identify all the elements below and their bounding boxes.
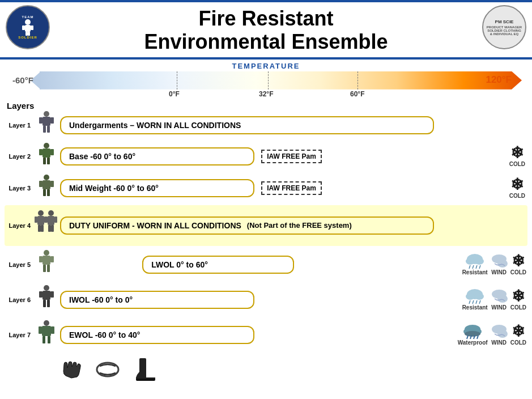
svg-line-48 bbox=[479, 265, 480, 269]
svg-rect-29 bbox=[41, 225, 44, 232]
layer1-soldier-icon bbox=[36, 111, 57, 136]
layer4-soldiers-icon bbox=[34, 210, 59, 239]
layer2-text: Base -60 0° to 60° bbox=[69, 152, 135, 161]
svg-line-62 bbox=[476, 300, 477, 304]
svg-rect-2 bbox=[22, 26, 25, 30]
svg-rect-26 bbox=[35, 217, 37, 223]
layer3-label: Layer 3 bbox=[5, 185, 33, 192]
svg-rect-52 bbox=[42, 291, 50, 300]
svg-rect-9 bbox=[50, 117, 54, 124]
layer2-boxes: Base -60 0° to 60° IAW FREE Pam bbox=[60, 147, 434, 165]
svg-point-30 bbox=[48, 210, 54, 216]
layer7-icon bbox=[33, 320, 60, 350]
layer5-icon bbox=[33, 250, 60, 279]
layer5-soldier-icon bbox=[36, 250, 57, 277]
svg-rect-5 bbox=[28, 32, 30, 36]
layer7-content-area: EWOL -60 0° to 40° bbox=[60, 326, 434, 344]
layer5-wind-icon bbox=[490, 253, 508, 269]
svg-point-12 bbox=[44, 143, 49, 148]
svg-point-6 bbox=[44, 111, 49, 117]
team-soldier-logo: TEAM SOLDIER bbox=[6, 5, 50, 49]
svg-rect-34 bbox=[48, 225, 51, 232]
pm-logo: PM SCIE PRODUCT MANAGERSOLDIER CLOTHING&… bbox=[482, 5, 526, 49]
layer7-waterproof-group: Waterproof bbox=[458, 324, 488, 346]
layer3-cold-group: ❄ COLD bbox=[509, 177, 525, 199]
layer6-row: Layer 6 IWOL -60 0° to 0° Re bbox=[0, 283, 532, 316]
layer6-cold-label: COLD bbox=[510, 304, 526, 311]
layer5-weather: Resistant WIND ❄ COLD bbox=[434, 253, 527, 275]
layer4-label: Layer 4 bbox=[5, 222, 33, 229]
layer2-label: Layer 2 bbox=[5, 153, 33, 160]
svg-line-46 bbox=[473, 265, 474, 269]
tick-label-60f: 60°F bbox=[350, 90, 364, 98]
layer2-iaw-text: IAW FREE Pam bbox=[267, 152, 316, 160]
layer2-content-area: Base -60 0° to 60° IAW FREE Pam bbox=[60, 147, 434, 165]
layer7-wind-group: WIND bbox=[490, 324, 508, 346]
svg-rect-68 bbox=[39, 326, 42, 334]
layer2-cold-group: ❄ COLD bbox=[509, 145, 525, 167]
svg-point-59 bbox=[475, 293, 484, 300]
svg-line-61 bbox=[473, 300, 474, 304]
layer5-label: Layer 5 bbox=[5, 261, 33, 268]
svg-line-63 bbox=[479, 300, 480, 304]
layer4-icon bbox=[33, 210, 60, 241]
hot-end-label: 120°F bbox=[486, 74, 512, 86]
layer6-text: IWOL -60 0° to 0° bbox=[69, 295, 133, 304]
svg-rect-54 bbox=[50, 291, 54, 298]
layer4-note: (Not Part of the FREE system) bbox=[247, 221, 352, 230]
svg-rect-17 bbox=[47, 158, 50, 164]
svg-rect-13 bbox=[42, 148, 50, 158]
layer2-snowflake-icon: ❄ bbox=[510, 145, 524, 161]
svg-rect-71 bbox=[48, 336, 50, 343]
svg-rect-56 bbox=[47, 300, 50, 307]
svg-point-24 bbox=[38, 210, 44, 216]
layer3-cold-label: COLD bbox=[509, 193, 525, 199]
svg-point-0 bbox=[25, 19, 31, 25]
layer5-box-container: LWOL 0° to 60° bbox=[142, 256, 434, 274]
svg-rect-22 bbox=[43, 189, 46, 196]
headband-icon bbox=[95, 360, 120, 379]
layer2-soldier-icon bbox=[36, 143, 57, 168]
layer3-text: Mid Weight -60 0° to 60° bbox=[69, 184, 159, 193]
layer3-iaw-text: IAW FREE Pam bbox=[267, 184, 316, 192]
page-title: Fire Resistant Environmental Ensemble bbox=[0, 7, 532, 54]
svg-rect-40 bbox=[43, 265, 46, 272]
svg-point-65 bbox=[497, 295, 508, 303]
svg-rect-85 bbox=[136, 379, 155, 381]
svg-rect-39 bbox=[50, 256, 54, 262]
layer2-cold-label: COLD bbox=[509, 161, 525, 167]
layer3-iaw-badge: IAW FREE Pam bbox=[261, 181, 322, 195]
layer5-rain-cloud-icon bbox=[465, 253, 485, 269]
layer1-row: Layer 1 Undergarments – WORN IN ALL COND… bbox=[0, 111, 532, 139]
layer7-text: EWOL -60 0° to 40° bbox=[69, 330, 140, 339]
title-section: TEAM SOLDIER Fire Resistant Environmenta… bbox=[0, 2, 532, 56]
layer6-rain-cloud-icon bbox=[465, 288, 485, 304]
layer3-boxes: Mid Weight -60 0° to 60° IAW FREE Pam bbox=[60, 179, 434, 197]
layer7-cold-label: COLD bbox=[510, 339, 526, 346]
layer1-label: Layer 1 bbox=[5, 122, 33, 129]
layer7-cold-group: ❄ COLD bbox=[510, 324, 526, 346]
svg-rect-32 bbox=[45, 217, 48, 223]
layer6-wind-group: WIND bbox=[490, 288, 508, 311]
layer7-waterproof-label: Waterproof bbox=[458, 339, 488, 346]
svg-rect-19 bbox=[42, 180, 50, 189]
svg-point-51 bbox=[44, 285, 49, 291]
layer1-text: Undergarments – WORN IN ALL CONDITIONS bbox=[69, 121, 241, 130]
svg-rect-37 bbox=[42, 256, 50, 265]
layer6-snowflake-icon: ❄ bbox=[512, 288, 525, 304]
layer6-soldier-icon bbox=[36, 285, 57, 312]
layer5-cold-label: COLD bbox=[510, 269, 526, 275]
svg-rect-84 bbox=[139, 358, 146, 373]
svg-rect-4 bbox=[25, 32, 28, 36]
tick-line-60f bbox=[357, 71, 358, 90]
layer7-weather: Waterproof WIND ❄ COLD bbox=[434, 324, 527, 346]
layer6-resistant-label: Resistant bbox=[462, 304, 488, 311]
layer6-main-box: IWOL -60 0° to 0° bbox=[60, 291, 254, 309]
svg-rect-38 bbox=[39, 256, 42, 262]
svg-rect-23 bbox=[47, 189, 50, 196]
tick-label-32f: 32°F bbox=[259, 90, 273, 98]
temperature-section: TEMPERATURE -60°F 120°F 0°F 32°F 60°F bbox=[0, 62, 532, 100]
accessories-row bbox=[0, 354, 532, 382]
layer2-weather: ❄ COLD bbox=[434, 145, 527, 167]
layer5-wind-label: WIND bbox=[491, 269, 507, 275]
